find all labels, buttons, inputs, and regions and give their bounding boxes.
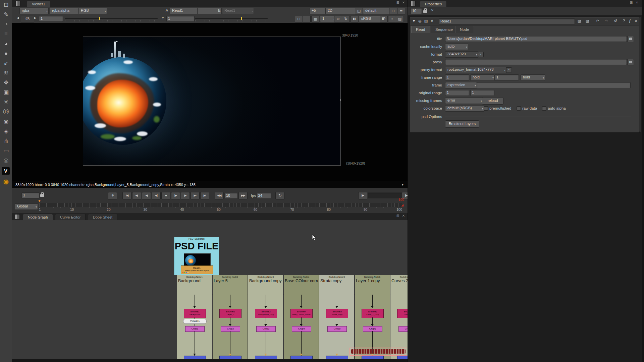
fstop-button[interactable]: f/8	[21, 16, 34, 22]
frame-mode-dropdown[interactable]: expression▾	[445, 82, 477, 88]
zoom-region-icon[interactable]: ⊡	[295, 16, 303, 22]
end-frame-marker[interactable]: ◢	[401, 203, 404, 207]
read-node[interactable]: Read1 MARI-planet-BEAUTY.psd	[181, 265, 213, 274]
layer-output-node[interactable]	[397, 356, 408, 359]
tab-curve-editor[interactable]: Curve Editor	[55, 214, 86, 220]
file-input[interactable]: /Users/jordan/Desktop/MARI-planet-BEAUTY…	[445, 36, 627, 42]
goto-end-button[interactable]: ▶|	[200, 192, 209, 199]
slider-notch[interactable]	[241, 17, 242, 20]
display-channel-dropdown[interactable]: RGB▾	[78, 8, 107, 14]
frame-expression-input[interactable]	[477, 82, 631, 88]
close-pane-icon[interactable]: ✕	[401, 1, 406, 4]
refresh-icon[interactable]: ↻	[342, 16, 350, 22]
format-handle[interactable]	[340, 99, 341, 101]
tab-viewer1[interactable]: Viewer1	[27, 1, 50, 7]
draw-icon[interactable]: ✎	[0, 10, 12, 19]
stop-button[interactable]: ■	[161, 192, 170, 199]
crop-node[interactable]: Crop2	[221, 326, 240, 332]
float-pane-icon[interactable]: ⊞	[629, 1, 634, 4]
play-forward-key-button[interactable]: ▶·	[191, 192, 200, 199]
frame-increment-field[interactable]: 10	[224, 193, 238, 199]
after-mode-dropdown[interactable]: hold▾	[521, 74, 545, 81]
range-mode-dropdown[interactable]: Global▾	[15, 203, 38, 210]
color-icon[interactable]: ◕	[0, 39, 12, 49]
shuffle-node[interactable]: Shuffle7Curves_2	[397, 309, 408, 318]
frame-slip-dropdown[interactable]: 1▾	[320, 16, 336, 22]
float-pane-icon[interactable]: ⊞	[395, 1, 400, 4]
center-node-icon[interactable]: ◎	[417, 19, 423, 23]
crop-node[interactable]: Crop1	[185, 326, 205, 332]
shuffle-node[interactable]: Shuffle5Strata_copy	[326, 309, 348, 318]
layer-output-node[interactable]	[255, 356, 277, 359]
crop-node[interactable]: Crop5	[327, 326, 347, 332]
format-edit-button[interactable]: ▪	[478, 52, 484, 57]
checker-background-icon[interactable]: ▨	[396, 16, 404, 22]
close-panel-icon[interactable]: ✕	[633, 19, 639, 23]
frame-hold-button[interactable]: ✻	[108, 192, 117, 199]
undo-icon[interactable]: ↶	[595, 19, 600, 23]
particles-icon[interactable]: ✳	[0, 97, 12, 107]
close-pane-icon[interactable]: ✕	[635, 1, 639, 4]
flipbook-button[interactable]: ▶	[358, 192, 367, 199]
next-increment-button[interactable]: ▶▶	[238, 192, 248, 199]
reload-button[interactable]: reload	[482, 97, 503, 105]
backdrop-psd[interactable]: PSD_Backdrop PSD FILE Read1 MARI-planet-…	[174, 237, 219, 275]
auto-alpha-checkbox[interactable]	[542, 106, 546, 111]
proxy-input[interactable]	[445, 59, 627, 65]
fps-field[interactable]: 24	[257, 193, 271, 199]
breakout-layers-button[interactable]: Breakout Layers	[445, 120, 479, 128]
fstop-prev-icon[interactable]: ◀	[17, 16, 19, 19]
panel-color-icon[interactable]: ▨	[585, 19, 590, 23]
pane-divider-icon[interactable]	[15, 1, 20, 6]
collapse-icon[interactable]: ▼	[411, 19, 417, 23]
step-back-button[interactable]: ◀|	[152, 192, 161, 199]
float-pane-icon[interactable]: ⊞	[395, 214, 400, 218]
tab-properties[interactable]: Properties	[420, 1, 447, 7]
nodegraph-canvas[interactable]: PSD_Backdrop PSD FILE Read1 MARI-planet-…	[12, 220, 408, 359]
original-end-field[interactable]: 1	[470, 90, 494, 96]
layer-output-node[interactable]	[219, 356, 241, 359]
play-button[interactable]: ▶	[181, 192, 190, 199]
properties-scrollbar[interactable]	[639, 17, 641, 132]
gamma-field[interactable]: 1	[166, 16, 195, 22]
stereo-view-dropdown[interactable]: default▾	[363, 8, 392, 14]
before-mode-dropdown[interactable]: hold▾	[470, 74, 495, 81]
gamma-slider[interactable]	[195, 18, 268, 19]
frame-range-end-field[interactable]: 1	[495, 74, 519, 80]
merge-icon[interactable]: ≋	[0, 68, 12, 78]
layer-output-node[interactable]	[326, 356, 348, 359]
alpha-dropdown[interactable]: rgba.alpha▾	[50, 8, 82, 14]
lock-range-icon[interactable]	[40, 194, 44, 197]
raw-data-checkbox[interactable]	[517, 106, 521, 111]
dimension-dropdown[interactable]: 2D▾	[325, 8, 359, 14]
shuffle-node[interactable]: Shuffle2Layer_5	[219, 309, 241, 318]
shuffle-node[interactable]: Shuffle1Background	[184, 309, 206, 318]
play-backward-key-button[interactable]: ◀·	[132, 192, 141, 199]
step-forward-button[interactable]: |▶	[171, 192, 180, 199]
backdrop-column[interactable]: Backdrop Node3 Background copy Shuffle3B…	[248, 275, 283, 359]
shuffle-node[interactable]: Shuffle6Layer_1_copy	[362, 309, 384, 318]
b-input-dropdown[interactable]: Read1▾	[222, 8, 254, 14]
3d-icon[interactable]: ▣	[0, 87, 12, 97]
layer-output-node[interactable]	[290, 356, 313, 359]
roi-icon[interactable]: ⊕	[334, 16, 342, 22]
io-icon[interactable]: ▤	[423, 19, 429, 23]
slider-notch[interactable]	[99, 17, 100, 20]
channels-dropdown[interactable]: rgba▾	[19, 8, 49, 14]
backdrop-column[interactable]: Backdrop Node1 Background Shuffle1Backgr…	[177, 275, 212, 359]
layer-output-node[interactable]	[184, 356, 206, 359]
image-icon[interactable]: ⊡	[0, 0, 12, 10]
timeline-ruler[interactable]: ▼ 100 ◢ 1 10 20 30 40 50 60 70 80 90 100	[39, 202, 402, 212]
backdrop-column[interactable]: Backdrop Node7 Curves 2 Shuffle7Curves_2…	[390, 275, 408, 359]
shuffle-node[interactable]: Shuffle3Background_copy	[255, 309, 277, 318]
guides-icon[interactable]: ≣	[397, 8, 405, 14]
backdrop-column[interactable]: Backdrop Node2 Layer 5 Shuffle2Layer_5 C…	[213, 275, 248, 359]
gain-field[interactable]: 1	[39, 16, 63, 22]
close-all-panels-icon[interactable]: ✕	[430, 8, 435, 12]
pane-divider-icon[interactable]	[411, 1, 416, 6]
pause-icon[interactable]: ▮▮	[350, 16, 358, 22]
tab-dope-sheet[interactable]: Dope Sheet	[88, 214, 117, 220]
original-start-field[interactable]: 1	[445, 90, 469, 96]
colorspace-dropdown[interactable]: default (sRGB)▾	[445, 105, 484, 112]
frame-slider-track[interactable]	[39, 203, 402, 207]
